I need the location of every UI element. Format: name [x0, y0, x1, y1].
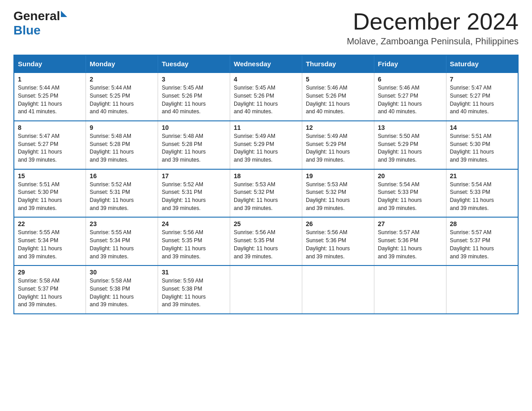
calendar-header-day: Sunday — [14, 55, 86, 73]
day-info: Sunrise: 5:46 AMSunset: 5:26 PMDaylight:… — [306, 84, 370, 116]
calendar-cell — [230, 265, 302, 314]
day-info: Sunrise: 5:50 AMSunset: 5:29 PMDaylight:… — [378, 133, 442, 164]
calendar-header-row: SundayMondayTuesdayWednesdayThursdayFrid… — [14, 55, 518, 73]
day-info: Sunrise: 5:52 AMSunset: 5:31 PMDaylight:… — [162, 181, 226, 213]
logo-triangle-icon — [61, 11, 67, 17]
day-number: 26 — [306, 220, 370, 227]
day-number: 15 — [18, 172, 82, 180]
day-number: 5 — [306, 76, 370, 83]
day-info: Sunrise: 5:44 AMSunset: 5:25 PMDaylight:… — [90, 84, 154, 116]
day-info: Sunrise: 5:44 AMSunset: 5:25 PMDaylight:… — [18, 84, 82, 116]
day-number: 16 — [90, 172, 154, 180]
calendar-cell: 14Sunrise: 5:51 AMSunset: 5:30 PMDayligh… — [446, 121, 518, 169]
day-number: 12 — [306, 124, 370, 131]
location-subtitle: Molave, Zamboanga Peninsula, Philippines — [347, 36, 519, 47]
calendar-cell — [374, 265, 446, 314]
calendar-cell: 30Sunrise: 5:58 AMSunset: 5:38 PMDayligh… — [86, 265, 158, 314]
calendar-cell: 8Sunrise: 5:47 AMSunset: 5:27 PMDaylight… — [14, 121, 86, 169]
day-number: 27 — [378, 220, 442, 227]
day-info: Sunrise: 5:56 AMSunset: 5:35 PMDaylight:… — [234, 229, 298, 261]
calendar-cell: 6Sunrise: 5:46 AMSunset: 5:27 PMDaylight… — [374, 73, 446, 121]
calendar-cell: 12Sunrise: 5:49 AMSunset: 5:29 PMDayligh… — [302, 121, 374, 169]
day-number: 1 — [18, 76, 82, 83]
calendar-header-day: Tuesday — [158, 55, 230, 73]
day-number: 22 — [18, 220, 82, 227]
calendar-cell: 13Sunrise: 5:50 AMSunset: 5:29 PMDayligh… — [374, 121, 446, 169]
day-number: 3 — [162, 76, 226, 83]
calendar-cell: 19Sunrise: 5:53 AMSunset: 5:32 PMDayligh… — [302, 169, 374, 218]
calendar-cell: 27Sunrise: 5:57 AMSunset: 5:36 PMDayligh… — [374, 217, 446, 265]
day-info: Sunrise: 5:46 AMSunset: 5:27 PMDaylight:… — [378, 84, 442, 116]
day-number: 29 — [18, 269, 82, 276]
day-info: Sunrise: 5:45 AMSunset: 5:26 PMDaylight:… — [234, 84, 298, 116]
calendar-cell: 29Sunrise: 5:58 AMSunset: 5:37 PMDayligh… — [14, 265, 86, 314]
title-area: December 2024 Molave, Zamboanga Peninsul… — [347, 9, 519, 47]
day-number: 23 — [90, 220, 154, 227]
day-info: Sunrise: 5:51 AMSunset: 5:30 PMDaylight:… — [450, 133, 514, 164]
calendar-cell: 3Sunrise: 5:45 AMSunset: 5:26 PMDaylight… — [158, 73, 230, 121]
calendar-cell: 28Sunrise: 5:57 AMSunset: 5:37 PMDayligh… — [446, 217, 518, 265]
day-number: 18 — [234, 172, 298, 180]
day-number: 4 — [234, 76, 298, 83]
day-info: Sunrise: 5:56 AMSunset: 5:35 PMDaylight:… — [162, 229, 226, 261]
calendar-header-day: Friday — [374, 55, 446, 73]
calendar-week-row: 15Sunrise: 5:51 AMSunset: 5:30 PMDayligh… — [14, 169, 518, 218]
calendar-week-row: 29Sunrise: 5:58 AMSunset: 5:37 PMDayligh… — [14, 265, 518, 314]
day-number: 28 — [450, 220, 514, 227]
day-number: 8 — [18, 124, 82, 131]
calendar-cell: 31Sunrise: 5:59 AMSunset: 5:38 PMDayligh… — [158, 265, 230, 314]
calendar-cell: 26Sunrise: 5:56 AMSunset: 5:36 PMDayligh… — [302, 217, 374, 265]
day-number: 21 — [450, 172, 514, 180]
calendar-cell: 15Sunrise: 5:51 AMSunset: 5:30 PMDayligh… — [14, 169, 86, 218]
day-number: 19 — [306, 172, 370, 180]
day-number: 6 — [378, 76, 442, 83]
calendar-header-day: Wednesday — [230, 55, 302, 73]
day-number: 14 — [450, 124, 514, 131]
calendar-cell: 18Sunrise: 5:53 AMSunset: 5:32 PMDayligh… — [230, 169, 302, 218]
day-number: 20 — [378, 172, 442, 180]
day-number: 10 — [162, 124, 226, 131]
calendar-cell: 11Sunrise: 5:49 AMSunset: 5:29 PMDayligh… — [230, 121, 302, 169]
calendar-cell: 16Sunrise: 5:52 AMSunset: 5:31 PMDayligh… — [86, 169, 158, 218]
day-info: Sunrise: 5:55 AMSunset: 5:34 PMDaylight:… — [90, 229, 154, 261]
calendar-cell: 24Sunrise: 5:56 AMSunset: 5:35 PMDayligh… — [158, 217, 230, 265]
calendar-cell: 9Sunrise: 5:48 AMSunset: 5:28 PMDaylight… — [86, 121, 158, 169]
calendar-cell: 2Sunrise: 5:44 AMSunset: 5:25 PMDaylight… — [86, 73, 158, 121]
calendar-cell — [446, 265, 518, 314]
day-number: 13 — [378, 124, 442, 131]
calendar-cell — [302, 265, 374, 314]
day-info: Sunrise: 5:49 AMSunset: 5:29 PMDaylight:… — [234, 133, 298, 164]
day-info: Sunrise: 5:54 AMSunset: 5:33 PMDaylight:… — [450, 181, 514, 213]
calendar-week-row: 8Sunrise: 5:47 AMSunset: 5:27 PMDaylight… — [14, 121, 518, 169]
calendar-header-day: Thursday — [302, 55, 374, 73]
day-info: Sunrise: 5:47 AMSunset: 5:27 PMDaylight:… — [18, 133, 82, 164]
calendar-cell: 23Sunrise: 5:55 AMSunset: 5:34 PMDayligh… — [86, 217, 158, 265]
calendar-cell: 10Sunrise: 5:48 AMSunset: 5:28 PMDayligh… — [158, 121, 230, 169]
page-title: December 2024 — [347, 9, 519, 34]
calendar-cell: 17Sunrise: 5:52 AMSunset: 5:31 PMDayligh… — [158, 169, 230, 218]
day-info: Sunrise: 5:58 AMSunset: 5:37 PMDaylight:… — [18, 277, 82, 309]
calendar-week-row: 22Sunrise: 5:55 AMSunset: 5:34 PMDayligh… — [14, 217, 518, 265]
day-info: Sunrise: 5:59 AMSunset: 5:38 PMDaylight:… — [162, 277, 226, 309]
day-info: Sunrise: 5:49 AMSunset: 5:29 PMDaylight:… — [306, 133, 370, 164]
calendar-cell: 7Sunrise: 5:47 AMSunset: 5:27 PMDaylight… — [446, 73, 518, 121]
calendar-header-day: Monday — [86, 55, 158, 73]
day-number: 2 — [90, 76, 154, 83]
calendar-cell: 1Sunrise: 5:44 AMSunset: 5:25 PMDaylight… — [14, 73, 86, 121]
calendar-week-row: 1Sunrise: 5:44 AMSunset: 5:25 PMDaylight… — [14, 73, 518, 121]
day-info: Sunrise: 5:53 AMSunset: 5:32 PMDaylight:… — [234, 181, 298, 213]
calendar-cell: 25Sunrise: 5:56 AMSunset: 5:35 PMDayligh… — [230, 217, 302, 265]
day-info: Sunrise: 5:45 AMSunset: 5:26 PMDaylight:… — [162, 84, 226, 116]
calendar-cell: 21Sunrise: 5:54 AMSunset: 5:33 PMDayligh… — [446, 169, 518, 218]
day-number: 7 — [450, 76, 514, 83]
calendar-cell: 20Sunrise: 5:54 AMSunset: 5:33 PMDayligh… — [374, 169, 446, 218]
day-info: Sunrise: 5:51 AMSunset: 5:30 PMDaylight:… — [18, 181, 82, 213]
day-info: Sunrise: 5:48 AMSunset: 5:28 PMDaylight:… — [90, 133, 154, 164]
day-info: Sunrise: 5:53 AMSunset: 5:32 PMDaylight:… — [306, 181, 370, 213]
day-info: Sunrise: 5:48 AMSunset: 5:28 PMDaylight:… — [162, 133, 226, 164]
calendar-cell: 22Sunrise: 5:55 AMSunset: 5:34 PMDayligh… — [14, 217, 86, 265]
day-info: Sunrise: 5:52 AMSunset: 5:31 PMDaylight:… — [90, 181, 154, 213]
calendar-cell: 5Sunrise: 5:46 AMSunset: 5:26 PMDaylight… — [302, 73, 374, 121]
calendar-header-day: Saturday — [446, 55, 518, 73]
day-info: Sunrise: 5:56 AMSunset: 5:36 PMDaylight:… — [306, 229, 370, 261]
